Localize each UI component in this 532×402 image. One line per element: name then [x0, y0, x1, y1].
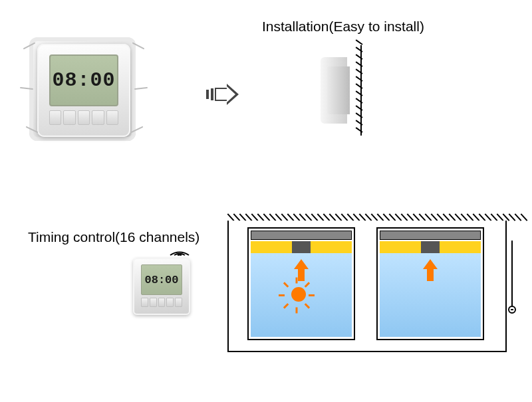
sun-ray	[309, 294, 315, 296]
wall-mount-diagram	[309, 45, 362, 136]
wireless-signal-icon	[166, 238, 193, 258]
device-button-row	[141, 298, 182, 307]
arrow-right-icon	[206, 84, 246, 104]
device-button	[63, 110, 75, 125]
sun-icon	[291, 287, 306, 302]
blind-fabric	[380, 241, 481, 253]
wall-mount-device	[327, 66, 350, 114]
sun-ray	[296, 308, 298, 314]
device-button	[150, 298, 157, 307]
device-button	[92, 110, 104, 125]
blind-window	[247, 227, 355, 340]
sun-ray	[296, 278, 298, 284]
device-button	[78, 110, 90, 125]
pull-cord-icon	[508, 241, 516, 320]
device-button	[141, 298, 148, 307]
thermostat-device-large: 08:00	[35, 41, 133, 140]
device-button-row	[49, 110, 118, 125]
room-diagram	[227, 221, 507, 352]
blind-roller	[251, 231, 352, 240]
blind-roller	[380, 231, 481, 240]
sun-ray	[279, 294, 285, 296]
wall-hatch-line	[356, 39, 363, 45]
device-button	[158, 298, 166, 307]
device-lcd-screen: 08:00	[141, 264, 182, 295]
up-arrow-icon	[424, 259, 436, 281]
device-lcd-screen: 08:00	[49, 54, 118, 106]
device-button	[106, 110, 118, 125]
blind-window	[376, 227, 484, 340]
device-button	[175, 298, 182, 307]
device-button	[166, 298, 174, 307]
thermostat-device-small: 08:00	[133, 258, 190, 315]
motion-line	[134, 87, 148, 90]
installation-title: Installation(Easy to install)	[262, 19, 424, 35]
device-button	[49, 110, 61, 125]
blind-fabric	[251, 241, 352, 253]
